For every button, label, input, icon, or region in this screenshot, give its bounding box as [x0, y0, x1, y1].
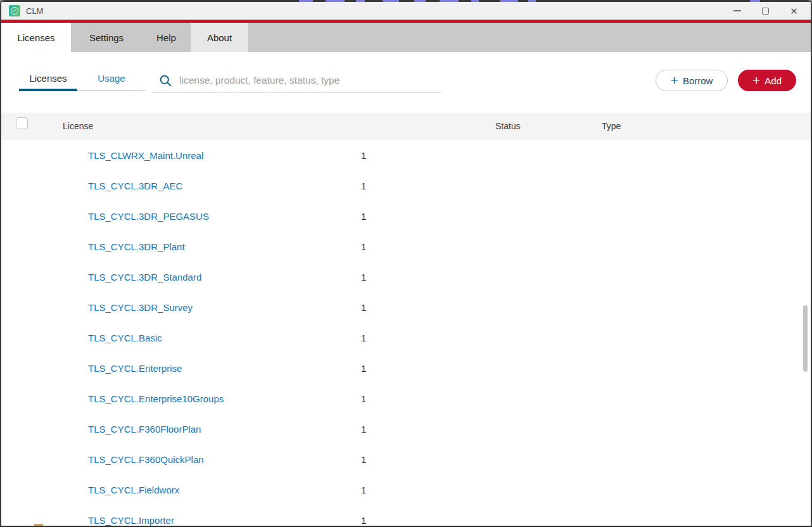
table-header: License Status Type	[1, 113, 811, 140]
license-link[interactable]: TLS_CYCL.F360QuickPlan	[88, 454, 204, 465]
license-count: 1	[361, 333, 366, 343]
tab-label: Help	[156, 32, 176, 43]
scrollbar-thumb[interactable]	[803, 305, 808, 372]
license-link[interactable]: TLS_CYCL.3DR_Plant	[88, 241, 185, 252]
artifact-mark	[34, 524, 43, 526]
close-icon: ✕	[790, 6, 798, 16]
window-title: CLM	[26, 6, 43, 16]
table-row: TLS_CYCL.Enterprise1	[1, 353, 811, 383]
minimize-button[interactable]	[723, 2, 751, 20]
license-link[interactable]: TLS_CYCL.Importer	[88, 515, 174, 526]
borrow-button-label: Borrow	[683, 75, 713, 86]
tab-settings[interactable]: Settings	[71, 23, 142, 52]
license-count: 1	[361, 181, 366, 191]
license-count: 1	[361, 454, 366, 465]
table-row: TLS_CYCL.Importer1	[1, 505, 811, 526]
license-count: 1	[361, 424, 366, 435]
tab-label: Settings	[89, 32, 124, 43]
add-button-label: Add	[764, 75, 782, 86]
table-body: TLS_CLWRX_Maint.Unreal1TLS_CYCL.3DR_AEC1…	[1, 140, 811, 526]
main-content: Licenses Usage + Borrow + Add License St…	[1, 52, 811, 526]
artifact-mark	[440, 0, 459, 2]
license-count: 1	[361, 211, 366, 222]
plus-icon: +	[671, 73, 678, 87]
artifact-mark	[383, 0, 399, 2]
app-logo-icon: ✓	[9, 5, 20, 16]
table-row: TLS_CYCL.3DR_PEGASUS1	[1, 201, 811, 231]
table-row: TLS_CYCL.Fieldworx1	[1, 474, 811, 505]
artifact-mark	[471, 0, 479, 2]
artifact-mark	[500, 0, 518, 2]
column-header-type: Type	[602, 121, 621, 131]
subtab-underline	[77, 90, 146, 91]
plus-icon: +	[752, 73, 760, 87]
accent-divider	[1, 20, 811, 23]
table-row: TLS_CYCL.3DR_Plant1	[1, 231, 811, 262]
license-link[interactable]: TLS_CYCL.3DR_AEC	[88, 181, 182, 191]
artifact-mark	[326, 0, 345, 2]
search-icon	[159, 74, 172, 87]
table-row: TLS_CYCL.Enterprise10Groups1	[1, 383, 811, 414]
artifact-mark	[414, 0, 426, 2]
tab-label: Licenses	[17, 32, 54, 43]
table-row: TLS_CYCL.Basic1	[1, 322, 811, 353]
table-row: TLS_CYCL.3DR_Standard1	[1, 262, 811, 292]
license-count: 1	[361, 302, 366, 313]
artifact-mark	[356, 0, 365, 2]
close-button[interactable]: ✕	[780, 2, 808, 20]
minimize-icon	[733, 10, 741, 11]
table-row: TLS_CYCL.3DR_AEC1	[1, 170, 811, 201]
window-controls: ✕	[723, 2, 808, 20]
license-count: 1	[361, 241, 366, 252]
active-subtab-underline	[19, 89, 77, 91]
search-input[interactable]	[179, 72, 436, 89]
search-underline	[151, 92, 441, 93]
license-count: 1	[361, 485, 366, 495]
artifact-mark	[750, 0, 760, 2]
screen-artifact-strip	[1, 0, 811, 2]
add-button[interactable]: + Add	[738, 70, 796, 91]
license-link[interactable]: TLS_CYCL.Enterprise	[88, 363, 182, 374]
app-window: ✓ CLM ✕ Licenses Settings Help About	[0, 0, 812, 527]
license-count: 1	[361, 363, 366, 374]
license-link[interactable]: TLS_CYCL.3DR_Standard	[88, 272, 201, 283]
table-row: TLS_CYCL.F360FloorPlan1	[1, 414, 811, 444]
license-link[interactable]: TLS_CYCL.F360FloorPlan	[88, 424, 201, 435]
license-count: 1	[361, 272, 366, 283]
license-link[interactable]: TLS_CYCL.3DR_PEGASUS	[88, 211, 209, 222]
select-all-checkbox[interactable]	[16, 117, 28, 129]
table-row: TLS_CYCL.3DR_Survey1	[1, 292, 811, 322]
table-row: TLS_CLWRX_Maint.Unreal1	[1, 140, 811, 170]
license-link[interactable]: TLS_CYCL.Fieldworx	[88, 485, 179, 495]
subtab-licenses[interactable]: Licenses	[19, 73, 77, 84]
check-circle-icon: ✓	[11, 7, 18, 15]
column-header-status: Status	[495, 121, 521, 131]
license-count: 1	[361, 515, 366, 526]
column-header-license: License	[63, 121, 93, 131]
maximize-button[interactable]	[751, 2, 780, 20]
license-link[interactable]: TLS_CYCL.Basic	[88, 333, 162, 343]
license-link[interactable]: TLS_CYCL.Enterprise10Groups	[88, 393, 224, 404]
license-link[interactable]: TLS_CYCL.3DR_Survey	[88, 302, 193, 313]
main-tab-bar: Licenses Settings Help About	[1, 23, 811, 52]
license-count: 1	[361, 393, 366, 404]
borrow-button[interactable]: + Borrow	[656, 70, 728, 91]
artifact-mark	[528, 0, 536, 2]
license-count: 1	[361, 150, 366, 161]
table-row: TLS_CYCL.F360QuickPlan1	[1, 444, 811, 474]
subtab-usage[interactable]: Usage	[77, 73, 146, 84]
artifact-mark	[299, 0, 313, 2]
license-link[interactable]: TLS_CLWRX_Maint.Unreal	[88, 150, 203, 161]
tab-about[interactable]: About	[191, 23, 248, 52]
tab-help[interactable]: Help	[142, 23, 191, 52]
tab-label: About	[207, 32, 232, 43]
tab-licenses[interactable]: Licenses	[1, 23, 71, 52]
title-bar: ✓ CLM ✕	[1, 2, 811, 20]
maximize-icon	[762, 8, 769, 15]
